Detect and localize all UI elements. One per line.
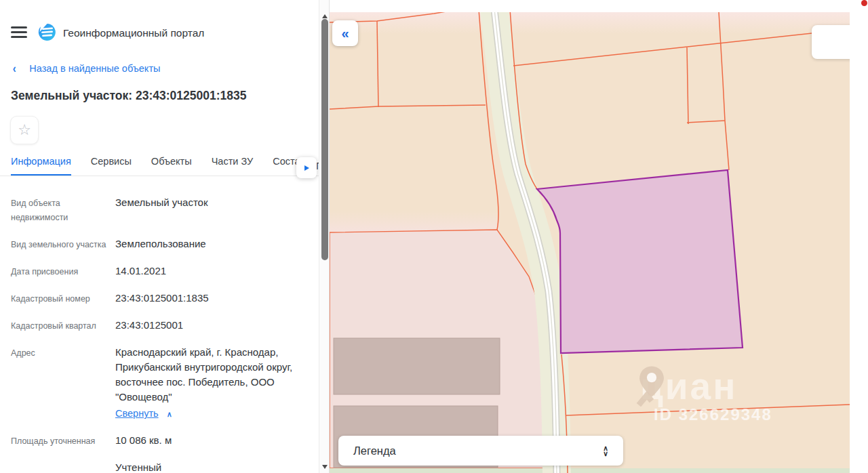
quarter-band-top: [330, 12, 850, 34]
legend-label: Легенда: [353, 445, 603, 457]
attribute-label: Вид объекта недвижимости: [11, 197, 115, 225]
sidebar-scrollbar[interactable]: [319, 0, 330, 473]
attribute-label: Кадастровый квартал: [11, 319, 115, 333]
tabs-scroll-right-button[interactable]: [296, 157, 317, 178]
address-text: Краснодарский край, г. Краснодар, Прикуб…: [115, 345, 300, 405]
hamburger-menu-icon[interactable]: [11, 26, 27, 38]
address-collapse-link[interactable]: Свернуть ∧: [115, 406, 300, 421]
attribute-label: Дата присвоения: [11, 265, 115, 279]
app-title: Геоинформационный портал: [63, 27, 204, 39]
legend-bar[interactable]: Легенда ∧ ∨: [338, 436, 623, 466]
tab-bar: Информация Сервисы Объекты Части ЗУ Сост…: [0, 156, 319, 176]
attribute-row: Кадастровый номер 23:43:0125001:1835: [11, 291, 300, 306]
double-chevron-left-icon: «: [341, 26, 349, 41]
attribute-row: Кадастровый квартал 23:43:0125001: [11, 318, 300, 333]
attributes-list: Вид объекта недвижимости Земельный участ…: [11, 195, 300, 473]
page-title: Земельный участок: 23:43:0125001:1835: [11, 89, 246, 103]
vegetation-strip: [330, 468, 850, 473]
attribute-value: Земельный участок: [115, 195, 300, 225]
attribute-value: 14.01.2021: [115, 264, 300, 279]
attribute-value: 23:43:0125001:1835: [115, 291, 300, 306]
object-info-panel: Геоинформационный портал ‹ Назад в найде…: [0, 0, 319, 473]
tab-parts[interactable]: Части ЗУ: [212, 156, 254, 176]
attribute-value: 10 086 кв. м: [115, 433, 300, 449]
map-control-box[interactable]: [812, 25, 850, 59]
quarter-band-mid: [330, 211, 499, 232]
attribute-label: [11, 461, 115, 473]
attribute-value: Учтенный: [115, 460, 300, 473]
attribute-row: Дата присвоения 14.01.2021: [11, 264, 300, 279]
favorite-star-button[interactable]: ☆: [10, 116, 39, 144]
attribute-value: Землепользование: [115, 236, 300, 252]
portal-logo-icon: [38, 23, 56, 41]
scroll-up-arrow-icon[interactable]: [322, 14, 328, 18]
tab-services[interactable]: Сервисы: [91, 156, 132, 176]
attribute-label: Кадастровый номер: [11, 292, 115, 306]
attribute-row: Вид объекта недвижимости Земельный участ…: [11, 195, 300, 225]
attribute-row: Площадь уточненная 10 086 кв. м: [11, 433, 300, 449]
attribute-value-address: Краснодарский край, г. Краснодар, Прикуб…: [115, 345, 300, 421]
attribute-value: 23:43:0125001: [115, 318, 300, 333]
chevron-up-icon: ∧: [167, 407, 172, 421]
cadastral-map: [330, 12, 850, 473]
star-icon: ☆: [18, 121, 31, 139]
tab-information[interactable]: Информация: [11, 156, 71, 176]
attribute-row-clipped: Учтенный: [11, 460, 300, 473]
scrollbar-thumb[interactable]: [321, 19, 328, 260]
attribute-label: Адрес: [11, 346, 115, 421]
collapse-panel-button[interactable]: «: [332, 20, 358, 46]
back-chevron-icon: ‹: [13, 63, 16, 74]
attribute-row: Вид земельного участка Землепользование: [11, 236, 300, 252]
attribute-label: Вид земельного участка: [11, 238, 115, 252]
back-link-label: Назад в найденные объекты: [29, 63, 160, 74]
legend-expand-icon[interactable]: ∧ ∨: [603, 445, 608, 456]
tab-objects[interactable]: Объекты: [151, 156, 192, 176]
attribute-label: Площадь уточненная: [11, 434, 115, 449]
notification-dot: [861, 0, 867, 6]
map-viewport[interactable]: циан ID 326629348 « Легенда ∧ ∨: [330, 12, 850, 473]
building-footprint[interactable]: [334, 338, 500, 394]
attribute-row-address: Адрес Краснодарский край, г. Краснодар, …: [11, 345, 300, 421]
scroll-down-arrow-icon[interactable]: [322, 465, 328, 469]
arrow-right-icon: [304, 165, 309, 171]
selected-parcel-polygon[interactable]: [537, 170, 743, 353]
back-link[interactable]: ‹ Назад в найденные объекты: [12, 63, 160, 74]
